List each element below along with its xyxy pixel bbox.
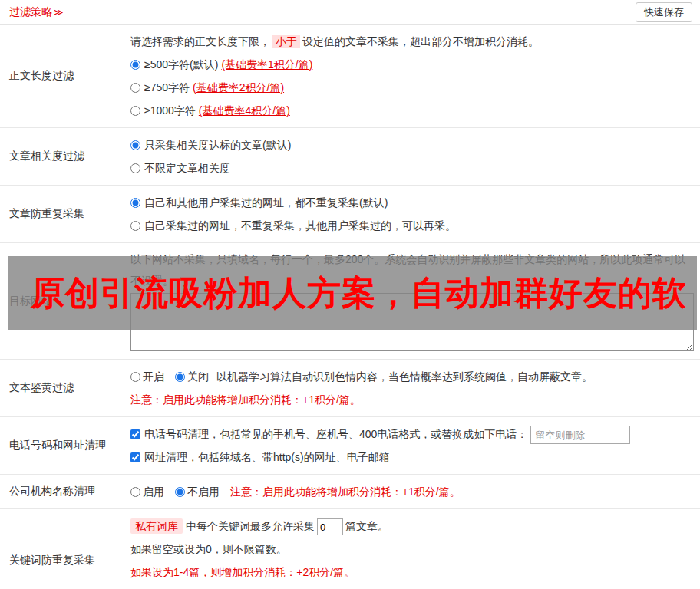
length-750-text: ≥750字符 <box>144 81 190 94</box>
row-phone-url-clean: 电话号码和网址清理 电话号码清理，包括常见的手机号、座机号、400电话格式，或替… <box>0 417 700 475</box>
page-title-text: 过滤策略 <box>9 5 52 18</box>
length-750-radio[interactable] <box>130 83 140 93</box>
keyword-limit-end-text: 篇文章。 <box>345 520 388 532</box>
quick-save-button[interactable]: 快速保存 <box>636 2 692 22</box>
max-articles-input[interactable] <box>317 518 343 535</box>
porn-on-text: 开启 <box>143 370 164 383</box>
company-off-text: 不启用 <box>187 485 220 498</box>
phone-url-label: 电话号码和网址清理 <box>0 417 130 474</box>
keyword-dedup-label: 关键词防重复采集 <box>0 509 130 589</box>
dedup-option-self: 自己采集过的网址，不重复采集，其他用户采集过的，可以再采。 <box>130 214 694 237</box>
dedup-self-radio[interactable] <box>130 221 140 231</box>
intro-pre-text: 请选择需求的正文长度下限， <box>130 35 270 48</box>
porn-filter-options: 开启关闭 以机器学习算法自动识别色情内容，当色情概率达到系统阈值，自动屏蔽文章。 <box>130 365 694 388</box>
content-length-intro: 请选择需求的正文长度下限，小于设定值的文章不采集，超出部分不增加积分消耗。 <box>130 30 694 53</box>
company-on-radio[interactable] <box>130 487 140 497</box>
keyword-limit-line: 私有词库中每个关键词最多允许采集篇文章。 <box>130 515 694 538</box>
less-than-highlight: 小于 <box>272 35 300 48</box>
length-option-750: ≥750字符(基础费率2积分/篇) <box>130 76 694 99</box>
length-750-fee-note: (基础费率2积分/篇) <box>193 81 284 94</box>
page-title: 过滤策略≫ <box>9 5 64 19</box>
keyword-note-cost: 如果设为1-4篇，则增加积分消耗：+2积分/篇。 <box>130 561 694 584</box>
target-sites-label: 目标网站 <box>0 243 130 359</box>
url-clean-text: 网址清理，包括纯域名、带http(s)的网址、电子邮箱 <box>144 451 390 463</box>
excluded-sites-textarea[interactable] <box>130 293 694 351</box>
row-relevance: 文章相关度过滤 只采集相关度达标的文章(默认) 不限定文章相关度 <box>0 128 700 186</box>
keyword-note-zero: 如果留空或设为0，则不限篇数。 <box>130 538 694 561</box>
length-500-text: ≥500字符(默认) <box>144 58 218 71</box>
porn-off-radio[interactable] <box>175 372 185 382</box>
porn-on-radio[interactable] <box>130 372 140 382</box>
row-company-clean: 公司机构名称清理 启用不启用 注意：启用此功能将增加积分消耗：+1积分/篇。 <box>0 475 700 509</box>
dedup-global-radio[interactable] <box>130 198 140 208</box>
article-dedup-label: 文章防重复采集 <box>0 186 130 242</box>
phone-clean-text: 电话号码清理，包括常见的手机号、座机号、400电话格式，或替换成如下电话： <box>144 428 527 440</box>
relevance-any-text: 不限定文章相关度 <box>144 162 230 174</box>
dedup-option-global: 自己和其他用户采集过的网址，都不重复采集(默认) <box>130 191 694 214</box>
relevance-option-strict: 只采集相关度达标的文章(默认) <box>130 133 694 156</box>
relevance-strict-radio[interactable] <box>130 140 140 150</box>
row-article-dedup: 文章防重复采集 自己和其他用户采集过的网址，都不重复采集(默认) 自己采集过的网… <box>0 186 700 243</box>
url-clean-checkbox[interactable] <box>130 452 140 462</box>
company-clean-label: 公司机构名称清理 <box>0 475 130 508</box>
relevance-label: 文章相关度过滤 <box>0 128 130 185</box>
replacement-phone-input[interactable] <box>530 426 630 444</box>
dedup-global-text: 自己和其他用户采集过的网址，都不重复采集(默认) <box>144 196 388 209</box>
porn-off-text: 关闭 <box>187 370 209 383</box>
keyword-note-five: 如果设为5篇或以上，也不会额外增加积分消耗。注意事项≫ <box>130 584 694 589</box>
company-cost-note: 注意：启用此功能将增加积分消耗：+1积分/篇。 <box>230 485 461 498</box>
phone-clean-line: 电话号码清理，包括常见的手机号、座机号、400电话格式，或替换成如下电话： <box>130 423 694 446</box>
relevance-strict-text: 只采集相关度达标的文章(默认) <box>144 139 291 151</box>
private-lexicon-tag: 私有词库 <box>130 518 183 534</box>
filter-strategy-page: 过滤策略≫ 快速保存 正文长度过滤 请选择需求的正文长度下限，小于设定值的文章不… <box>0 0 700 589</box>
length-1000-text: ≥1000字符 <box>144 104 196 117</box>
length-500-radio[interactable] <box>130 60 140 70</box>
row-target-sites: 目标网站 以下网站不采集，只填域名，每行一个，最多200个。系统会自动识别并屏蔽… <box>0 243 700 359</box>
company-clean-options: 启用不启用 注意：启用此功能将增加积分消耗：+1积分/篇。 <box>130 480 694 503</box>
length-500-fee-note: (基础费率1积分/篇) <box>221 58 312 71</box>
length-option-1000: ≥1000字符(基础费率4积分/篇) <box>130 99 694 122</box>
porn-filter-description: 以机器学习算法自动识别色情内容，当色情概率达到系统阈值，自动屏蔽文章。 <box>216 370 593 383</box>
length-1000-radio[interactable] <box>130 106 140 116</box>
length-option-500: ≥500字符(默认)(基础费率1积分/篇) <box>130 53 694 76</box>
company-off-radio[interactable] <box>175 487 185 497</box>
row-content-length: 正文长度过滤 请选择需求的正文长度下限，小于设定值的文章不采集，超出部分不增加积… <box>0 25 700 128</box>
porn-filter-cost-note: 注意：启用此功能将增加积分消耗：+1积分/篇。 <box>130 388 694 411</box>
row-keyword-dedup: 关键词防重复采集 私有词库中每个关键词最多允许采集篇文章。 如果留空或设为0，则… <box>0 509 700 589</box>
content-length-label: 正文长度过滤 <box>0 25 130 127</box>
porn-filter-label: 文本鉴黄过滤 <box>0 360 130 416</box>
dedup-self-text: 自己采集过的网址，不重复采集，其他用户采集过的，可以再采。 <box>144 219 456 232</box>
company-on-text: 启用 <box>143 485 164 498</box>
relevance-any-radio[interactable] <box>130 163 140 173</box>
target-sites-description: 以下网站不采集，只填域名，每行一个，最多200个。系统会自动识别并屏蔽那些非文章… <box>130 248 694 291</box>
relevance-option-any: 不限定文章相关度 <box>130 156 694 179</box>
row-porn-filter: 文本鉴黄过滤 开启关闭 以机器学习算法自动识别色情内容，当色情概率达到系统阈值，… <box>0 359 700 417</box>
topbar: 过滤策略≫ 快速保存 <box>0 0 700 25</box>
url-clean-line: 网址清理，包括纯域名、带http(s)的网址、电子邮箱 <box>130 446 694 469</box>
collapse-chevron-icon[interactable]: ≫ <box>54 7 64 18</box>
phone-clean-checkbox[interactable] <box>130 429 140 439</box>
keyword-limit-mid-text: 中每个关键词最多允许采集 <box>186 520 315 532</box>
intro-post-text: 设定值的文章不采集，超出部分不增加积分消耗。 <box>302 35 539 48</box>
length-1000-fee-note: (基础费率4积分/篇) <box>199 104 290 117</box>
